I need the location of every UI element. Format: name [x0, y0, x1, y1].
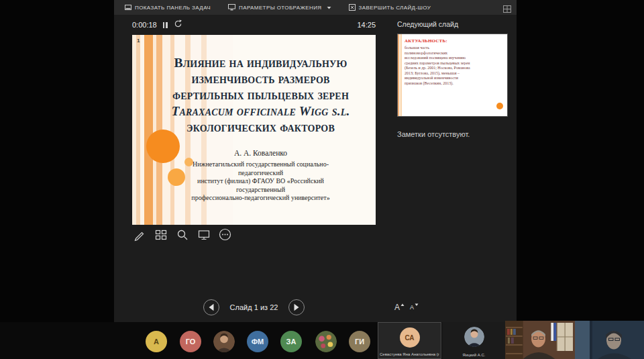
ellipsis-icon	[218, 227, 232, 242]
thumbnail-body-text: большая часть палиноморфологических иссл…	[405, 46, 472, 86]
show-taskbar-button[interactable]: ПОКАЗАТЬ ПАНЕЛЬ ЗАДАЧ	[125, 4, 211, 11]
notes-font-controls: A A	[394, 303, 419, 311]
slide-author: А. А. Коваленко	[148, 149, 373, 157]
zoom-slide-button[interactable]	[175, 227, 189, 242]
slide-navigation: Слайд 1 из 22	[132, 299, 376, 316]
presenter-view-window: ПОКАЗАТЬ ПАНЕЛЬ ЗАДАЧ ПАРАМЕТРЫ ОТОБРАЖЕ…	[114, 0, 517, 322]
affiliation-line: профессионально-педагогический университ…	[148, 194, 373, 203]
clock-time: 14:25	[357, 21, 376, 29]
affiliation-line: институт (филиал) ФГАОУ ВО «Российский	[148, 177, 373, 186]
taskbar-icon	[125, 4, 131, 11]
slide-title-line: изменчивость размеров	[148, 71, 373, 87]
arrow-left-icon	[208, 303, 215, 311]
slide-title: Влияние на индивидуальную изменчивость р…	[148, 55, 373, 136]
video-tile-participant-2[interactable]	[575, 321, 644, 359]
monitor-icon	[197, 228, 211, 242]
magnifier-icon	[176, 228, 189, 242]
participant-name: Севастуева Яна Анатольевна (гость)	[380, 352, 439, 356]
active-speaker-tile[interactable]: СА Севастуева Яна Анатольевна (гость)	[378, 322, 441, 359]
participant-avatar[interactable]: А	[146, 331, 167, 352]
decrease-notes-font-button[interactable]: A	[410, 303, 419, 311]
webcam-video-man	[505, 321, 575, 359]
thumbnail-stripes-decoration	[398, 34, 402, 116]
thumbnail-circle-decoration	[496, 103, 503, 109]
participant-avatar[interactable]: ЗА	[280, 331, 302, 352]
affiliation-line: государственный	[148, 186, 373, 195]
slide-title-line: Влияние на индивидуальную	[148, 55, 373, 71]
show-taskbar-label: ПОКАЗАТЬ ПАНЕЛЬ ЗАДАЧ	[135, 5, 211, 11]
end-show-icon	[349, 4, 356, 11]
black-screen-button[interactable]	[197, 227, 211, 242]
avatar-initials: ГО	[186, 338, 196, 346]
end-slideshow-button[interactable]: ЗАВЕРШИТЬ СЛАЙД-ШОУ	[349, 4, 431, 11]
elapsed-time: 0:00:18	[132, 21, 157, 29]
pause-icon	[163, 22, 168, 28]
next-slide-button[interactable]	[288, 299, 305, 315]
display-options-label: ПАРАМЕТРЫ ОТОБРАЖЕНИЯ	[239, 5, 322, 11]
more-options-button[interactable]	[218, 227, 232, 242]
avatar-initials: ЗА	[286, 338, 297, 346]
affiliation-line: Нижнетагильский государственный социальн…	[148, 160, 373, 169]
affiliation-line: педагогический	[148, 169, 373, 178]
avatar-initials: А	[154, 338, 159, 346]
thumbnail-heading: АКТУАЛЬНОСТЬ:	[405, 38, 447, 44]
presenter-toolbar: ПОКАЗАТЬ ПАНЕЛЬ ЗАДАЧ ПАРАМЕТРЫ ОТОБРАЖЕ…	[114, 0, 517, 15]
participant-photo-avatar	[464, 327, 484, 347]
slide-counter: Слайд 1 из 22	[230, 303, 278, 311]
previous-slide-button[interactable]	[203, 299, 219, 315]
participant-avatar[interactable]: ГО	[180, 331, 201, 352]
current-slide: 1 Влияние на индивидуальную изменчивость…	[132, 35, 376, 225]
caret-down-icon	[415, 303, 419, 307]
participant-avatar[interactable]: ФМ	[247, 331, 268, 352]
person-photo-icon	[213, 331, 235, 352]
slide-grid-icon	[154, 228, 168, 242]
avatar-initials: СА	[405, 334, 414, 342]
slide-title-line-species: Taraxacum officinale Wigg s.l.	[148, 103, 373, 119]
participant-avatar: СА	[400, 327, 420, 348]
flowers-photo-icon	[315, 331, 337, 352]
participants-strip: А ГО ФМ ЗА	[0, 322, 644, 359]
pen-icon	[133, 228, 146, 242]
screen: ПОКАЗАТЬ ПАНЕЛЬ ЗАДАЧ ПАРАМЕТРЫ ОТОБРАЖЕ…	[0, 0, 644, 359]
webcam-video-woman	[575, 321, 644, 359]
pen-tool-button[interactable]	[132, 227, 146, 242]
restart-timer-button[interactable]	[174, 19, 182, 30]
person-photo-icon	[464, 327, 484, 347]
pause-timer-button[interactable]	[163, 22, 168, 28]
view-options-icon[interactable]	[503, 3, 511, 15]
participant-photo-avatar[interactable]	[213, 331, 235, 352]
avatar-initials: ФМ	[252, 338, 264, 346]
chevron-down-icon	[327, 6, 331, 9]
display-options-button[interactable]: ПАРАМЕТРЫ ОТОБРАЖЕНИЯ	[228, 4, 331, 11]
avatar-initials: ГИ	[355, 338, 364, 346]
see-all-slides-button[interactable]	[154, 227, 168, 242]
slide-number: 1	[137, 38, 140, 44]
increase-notes-font-button[interactable]: A	[394, 303, 405, 311]
caret-up-icon	[400, 303, 405, 307]
video-tile-participant-1[interactable]	[505, 321, 575, 359]
slide-title-line: фертильных пыльцевых зерен	[148, 87, 373, 103]
participant-photo-avatar[interactable]	[315, 331, 337, 352]
arrow-right-icon	[293, 303, 300, 311]
restart-icon	[174, 19, 182, 30]
next-slide-thumbnail: АКТУАЛЬНОСТЬ: большая часть палиноморфол…	[397, 34, 508, 117]
participant-avatar[interactable]: ГИ	[349, 331, 370, 352]
participant-name: Яицкий А.С.	[443, 353, 504, 357]
slide-title-line: экологических факторов	[148, 119, 373, 136]
timer-row: 0:00:18 14:25	[132, 19, 376, 30]
annotation-tools	[132, 227, 232, 242]
next-slide-header: Следующий слайд	[397, 20, 458, 28]
end-slideshow-label: ЗАВЕРШИТЬ СЛАЙД-ШОУ	[359, 5, 431, 11]
slide-affiliation: Нижнетагильский государственный социальн…	[148, 160, 373, 203]
participant-tile[interactable]: Яицкий А.С.	[442, 322, 506, 359]
notes-status: Заметки отсутствуют.	[397, 130, 470, 138]
display-settings-icon	[228, 4, 235, 11]
